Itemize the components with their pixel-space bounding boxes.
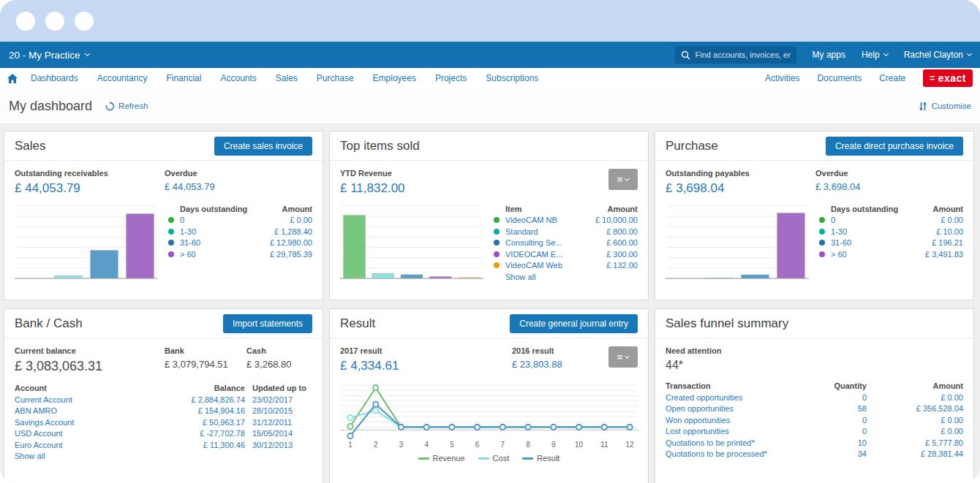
table-row[interactable]: Created opportunities0£ 0.00: [666, 392, 963, 403]
table-row[interactable]: VideoCAM Web£ 132.00: [494, 260, 638, 272]
account-balance[interactable]: £ 2,884,826.74: [165, 394, 245, 406]
table-row[interactable]: ABN AMRO£ 154,904.1628/10/2015: [15, 406, 312, 417]
aging-bucket[interactable]: 1-30: [831, 227, 936, 236]
item-amount[interactable]: £ 10,000.00: [595, 216, 638, 224]
nav-subscriptions[interactable]: Subscriptions: [486, 73, 538, 83]
create-general-journal-entry-button[interactable]: Create general journal entry: [510, 314, 638, 333]
transaction-amount[interactable]: £ 28,381.44: [867, 449, 963, 460]
table-row[interactable]: > 60£ 3,491.83: [819, 248, 963, 260]
aging-bucket[interactable]: 31-60: [180, 238, 270, 247]
home-icon[interactable]: [7, 74, 18, 83]
aging-bucket[interactable]: 0: [180, 216, 290, 224]
nav-create[interactable]: Create: [879, 73, 905, 83]
help-menu[interactable]: Help: [862, 50, 888, 60]
table-row[interactable]: 31-60£ 12,980.00: [168, 237, 312, 249]
transaction-link[interactable]: Won opportunities: [666, 414, 823, 426]
aging-amount[interactable]: £ 0.00: [941, 216, 963, 224]
table-row[interactable]: VIDEOCAM E...£ 300.00: [494, 248, 638, 260]
transaction-quantity[interactable]: 34: [823, 449, 867, 460]
account-updated[interactable]: 30/12/2013: [245, 439, 312, 451]
item-amount[interactable]: £ 132.00: [606, 261, 638, 270]
global-search[interactable]: [675, 46, 796, 64]
nav-projects[interactable]: Projects: [435, 73, 467, 83]
user-menu[interactable]: Rachel Clayton: [904, 50, 971, 60]
window-control-3[interactable]: [75, 12, 94, 31]
transaction-quantity[interactable]: 0: [823, 392, 867, 403]
create-direct-purchase-invoice-button[interactable]: Create direct purchase invoice: [826, 137, 963, 156]
transaction-link[interactable]: Open opportunities: [666, 403, 823, 415]
company-selector[interactable]: 20 - My Practice: [9, 50, 89, 61]
table-row[interactable]: Open opportunities58£ 356,528.04: [666, 403, 963, 415]
item-name[interactable]: VideoCAM Web: [505, 261, 606, 270]
transaction-amount[interactable]: £ 5,777.80: [867, 437, 963, 449]
window-control-1[interactable]: [16, 12, 35, 31]
aging-amount[interactable]: £ 0.00: [290, 216, 312, 224]
table-row[interactable]: Quotations to be processed*34£ 28,381.44: [666, 449, 963, 460]
table-row[interactable]: 1-30£ 1,288.40: [168, 226, 312, 237]
account-balance[interactable]: £ 11,300.46: [165, 439, 245, 451]
transaction-amount[interactable]: £ 0.00: [867, 414, 963, 426]
purchase-overdue-value[interactable]: £ 3,698.04: [815, 181, 860, 192]
nav-activities[interactable]: Activities: [765, 73, 799, 83]
table-row[interactable]: Current Account£ 2,884,826.7423/02/2017: [15, 394, 312, 406]
result-2016-value[interactable]: £ 23,803.88: [512, 359, 562, 370]
account-link[interactable]: Current Account: [15, 394, 165, 406]
table-row[interactable]: Won opportunities0£ 0.00: [666, 414, 963, 426]
table-row[interactable]: Savings Account£ 50,963.1731/12/2011: [15, 417, 312, 428]
transaction-link[interactable]: Created opportunities: [666, 392, 823, 403]
transaction-quantity[interactable]: 58: [823, 403, 867, 415]
refresh-button[interactable]: Refresh: [105, 102, 148, 111]
aging-amount[interactable]: £ 10.00: [936, 227, 963, 236]
top-items-options-button[interactable]: ≡: [608, 169, 638, 190]
account-updated[interactable]: 31/12/2011: [245, 417, 312, 428]
aging-bucket[interactable]: > 60: [831, 250, 925, 259]
table-row[interactable]: > 60£ 29,785.39: [168, 248, 312, 260]
table-row[interactable]: Standard£ 800.00: [494, 226, 638, 237]
aging-amount[interactable]: £ 3,491.83: [925, 250, 963, 259]
transaction-quantity[interactable]: 0: [823, 426, 867, 438]
account-updated[interactable]: 15/05/2014: [245, 428, 312, 440]
transaction-quantity[interactable]: 0: [823, 414, 867, 426]
item-amount[interactable]: £ 300.00: [606, 250, 638, 259]
aging-bucket[interactable]: > 60: [180, 250, 270, 259]
account-updated[interactable]: 28/10/2015: [245, 406, 312, 417]
table-row[interactable]: Consulting Se...£ 600.00: [494, 237, 638, 249]
account-link[interactable]: Savings Account: [15, 417, 165, 428]
nav-accounts[interactable]: Accounts: [220, 73, 256, 83]
account-updated[interactable]: 23/02/2017: [245, 394, 312, 406]
item-name[interactable]: VideoCAM NB: [505, 216, 595, 224]
my-apps-link[interactable]: My apps: [813, 50, 845, 60]
account-link[interactable]: ABN AMRO: [15, 406, 165, 417]
aging-bucket[interactable]: 1-30: [180, 227, 274, 236]
aging-bucket[interactable]: 31-60: [831, 238, 932, 247]
table-row[interactable]: 0£ 0.00: [819, 215, 963, 227]
transaction-amount[interactable]: £ 0.00: [867, 392, 963, 403]
aging-bucket[interactable]: 0: [831, 216, 941, 224]
nav-documents[interactable]: Documents: [817, 73, 862, 83]
aging-amount[interactable]: £ 12,980.00: [270, 238, 312, 247]
transaction-amount[interactable]: £ 356,528.04: [867, 403, 963, 415]
result-options-button[interactable]: ≡: [608, 346, 638, 368]
outstanding-receivables-value[interactable]: £ 44,053.79: [15, 181, 165, 196]
item-name[interactable]: Consulting Se...: [505, 238, 606, 247]
account-balance[interactable]: £ -27,702.78: [165, 428, 245, 440]
table-row[interactable]: 31-60£ 196.21: [819, 237, 963, 249]
account-link[interactable]: Euro Account: [15, 439, 165, 451]
exact-logo[interactable]: = exact: [923, 69, 973, 87]
table-row[interactable]: Euro Account£ 11,300.4630/12/2013: [15, 439, 312, 451]
account-link[interactable]: USD Account: [15, 428, 165, 440]
search-input[interactable]: [696, 50, 791, 59]
create-sales-invoice-button[interactable]: Create sales invoice: [214, 137, 312, 156]
nav-sales[interactable]: Sales: [276, 73, 298, 83]
item-amount[interactable]: £ 800.00: [606, 227, 638, 236]
customise-button[interactable]: Customise: [919, 102, 971, 111]
nav-financial[interactable]: Financial: [166, 73, 201, 83]
window-control-2[interactable]: [45, 12, 64, 31]
transaction-link[interactable]: Quotations to be printed*: [666, 437, 823, 449]
transaction-amount[interactable]: £ 0.00: [867, 426, 963, 438]
result-2017-value[interactable]: £ 4,334.61: [340, 359, 512, 373]
transaction-link[interactable]: Lost opportunities: [666, 426, 823, 438]
nav-purchase[interactable]: Purchase: [317, 73, 354, 83]
item-name[interactable]: VIDEOCAM E...: [505, 250, 606, 259]
transaction-link[interactable]: Quotations to be processed*: [666, 449, 823, 460]
